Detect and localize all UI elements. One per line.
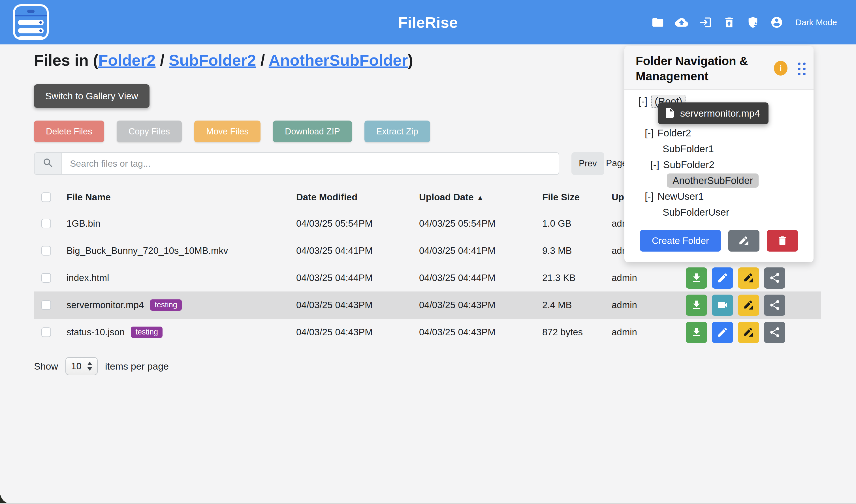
- window-corner: [0, 489, 14, 504]
- info-icon[interactable]: i: [774, 61, 787, 75]
- row-checkbox[interactable]: [41, 273, 51, 283]
- rename-button[interactable]: [738, 267, 759, 289]
- extract-files-button[interactable]: Extract Zip: [364, 121, 430, 142]
- account-button[interactable]: [770, 16, 784, 29]
- prev-page-button[interactable]: Prev: [572, 152, 604, 175]
- breadcrumb: Files in (Folder2 / SubFolder2 / Another…: [34, 51, 413, 69]
- table-row[interactable]: index.html04/03/25 04:44PM04/03/25 04:44…: [34, 264, 821, 291]
- show-label: Show: [34, 361, 58, 372]
- download-button[interactable]: [686, 267, 707, 289]
- breadcrumb-separator: /: [155, 51, 169, 69]
- tree-item-newuser1[interactable]: [-]NewUser1: [624, 188, 814, 204]
- copy-files-button[interactable]: Copy Files: [117, 121, 182, 142]
- col-header-file-name[interactable]: File Name: [67, 192, 296, 203]
- delete-folder-button[interactable]: [767, 230, 798, 252]
- rename-button[interactable]: [738, 294, 759, 316]
- switch-gallery-view-button[interactable]: Switch to Gallery View: [34, 84, 150, 108]
- share-icon: [769, 272, 781, 284]
- zip-files-button[interactable]: Download ZIP: [273, 121, 352, 142]
- tree-toggle[interactable]: [-]: [645, 191, 653, 202]
- dark-mode-toggle[interactable]: Dark Mode: [796, 18, 837, 27]
- share-button[interactable]: [764, 294, 785, 316]
- select-spinner-icon: [87, 362, 92, 371]
- admin-shield-button[interactable]: [746, 16, 760, 29]
- search-row: Prev Page: [34, 152, 559, 175]
- video-icon: [717, 299, 729, 311]
- search-input[interactable]: [62, 152, 559, 175]
- tree-item-subfolderuser[interactable]: SubFolderUser: [624, 204, 814, 220]
- download-button[interactable]: [686, 322, 707, 343]
- upload-date-cell: 04/03/25 04:43PM: [419, 327, 542, 338]
- per-page-select[interactable]: 10: [65, 357, 98, 375]
- breadcrumb-prefix: Files in (: [34, 51, 98, 69]
- share-button[interactable]: [764, 267, 785, 289]
- folder-panel-buttons: Create Folder: [624, 230, 814, 252]
- breadcrumb-link-anothersubfolder[interactable]: AnotherSubFolder: [269, 51, 408, 69]
- file-name[interactable]: Big_Buck_Bunny_720_10s_10MB.mkv: [67, 245, 228, 256]
- file-name[interactable]: index.html: [67, 272, 109, 283]
- tree-toggle[interactable]: [-]: [639, 96, 647, 107]
- items-per-page-label: items per page: [105, 361, 169, 372]
- row-checkbox[interactable]: [41, 246, 51, 255]
- move-files-button[interactable]: Move Files: [194, 121, 261, 142]
- tree-label[interactable]: AnotherSubFolder: [667, 174, 758, 187]
- search-button[interactable]: [34, 152, 62, 175]
- rename-icon: [743, 326, 755, 338]
- page-label: Page: [606, 158, 627, 168]
- delete-files-button[interactable]: Delete Files: [34, 121, 104, 142]
- restore-trash-button[interactable]: [722, 16, 736, 29]
- tree-item-anothersubfolder[interactable]: AnotherSubFolder: [624, 173, 814, 188]
- login-icon: [699, 16, 712, 29]
- tree-item-folder2[interactable]: [-]Folder2: [624, 125, 814, 141]
- login-button[interactable]: [699, 16, 712, 29]
- breadcrumb-link-subfolder2[interactable]: SubFolder2: [169, 51, 256, 69]
- file-name[interactable]: 1GB.bin: [67, 218, 100, 229]
- col-header-date-modified[interactable]: Date Modified: [296, 192, 419, 203]
- video-button[interactable]: [712, 294, 733, 316]
- row-checkbox[interactable]: [41, 327, 51, 337]
- logo-server-bar: [18, 20, 43, 25]
- tree-label[interactable]: Folder2: [658, 127, 691, 139]
- search-icon: [42, 157, 54, 169]
- rename-button[interactable]: [738, 322, 759, 343]
- col-header-upload-date[interactable]: Upload Date▲: [419, 192, 542, 203]
- col-header-file-size[interactable]: File Size: [542, 192, 612, 203]
- upload-date-cell: 04/03/25 05:54PM: [419, 218, 542, 229]
- row-checkbox[interactable]: [41, 219, 51, 228]
- tree-toggle[interactable]: [-]: [650, 159, 659, 170]
- tree-item-subfolder2[interactable]: [-]SubFolder2: [624, 157, 814, 173]
- tree-toggle[interactable]: [-]: [645, 127, 653, 139]
- tree-label[interactable]: SubFolder2: [663, 159, 714, 170]
- app-logo[interactable]: [13, 4, 49, 40]
- per-page-value: 10: [71, 361, 82, 372]
- tree-label[interactable]: SubFolderUser: [663, 206, 729, 218]
- rename-folder-button[interactable]: [728, 230, 759, 252]
- breadcrumb-link-folder2[interactable]: Folder2: [98, 51, 155, 69]
- file-icon: [664, 107, 676, 119]
- uploader-cell: admin: [612, 327, 686, 338]
- share-button[interactable]: [764, 322, 785, 343]
- edit-button[interactable]: [712, 322, 733, 343]
- file-name[interactable]: servermonitor.mp4: [67, 300, 144, 310]
- file-name[interactable]: status-10.json: [67, 327, 125, 338]
- edit-button[interactable]: [712, 267, 733, 289]
- tag-badge: testing: [131, 327, 162, 338]
- table-row[interactable]: status-10.jsontesting04/03/25 04:43PM04/…: [34, 319, 821, 346]
- download-button[interactable]: [686, 294, 707, 316]
- table-row[interactable]: servermonitor.mp4testing04/03/25 04:43PM…: [34, 291, 821, 319]
- cloud-upload-button[interactable]: [675, 16, 688, 29]
- share-icon: [769, 326, 781, 338]
- row-checkbox[interactable]: [41, 300, 51, 310]
- bulk-actions-toolbar: Delete FilesCopy FilesMove FilesDownload…: [34, 121, 430, 142]
- folder-button[interactable]: [651, 16, 665, 29]
- logo-server-bar: [18, 36, 43, 40]
- tree-label[interactable]: SubFolder1: [663, 143, 714, 155]
- select-all-checkbox[interactable]: [41, 193, 51, 202]
- file-size-cell: 872 bytes: [542, 327, 612, 338]
- create-folder-button[interactable]: Create Folder: [640, 230, 721, 252]
- tree-label[interactable]: NewUser1: [658, 191, 704, 202]
- date-modified-cell: 04/03/25 04:41PM: [296, 245, 419, 256]
- drag-handle-icon[interactable]: [798, 62, 806, 75]
- tree-item-subfolder1[interactable]: SubFolder1: [624, 141, 814, 157]
- download-icon: [691, 299, 702, 311]
